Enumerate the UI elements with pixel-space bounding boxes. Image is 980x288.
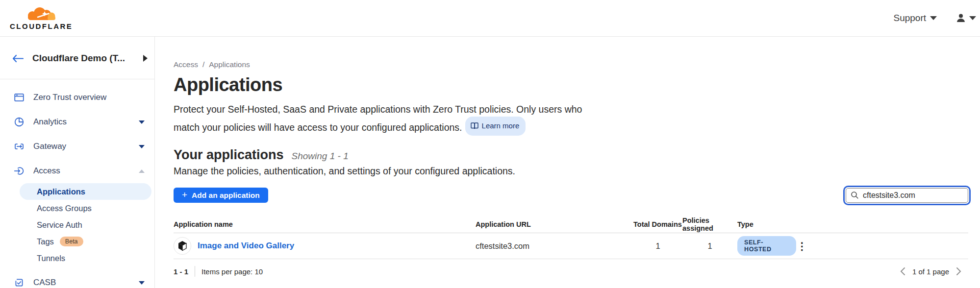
chevron-down-icon (139, 281, 145, 285)
access-submenu: Applications Access Groups Service Auth … (0, 183, 154, 266)
cloudflare-logo[interactable]: CLOUDFLARE (10, 6, 73, 30)
type-cell: SELF-HOSTED (737, 236, 796, 256)
user-chevron-down-icon (969, 16, 976, 20)
section-subtitle: Manage the policies, authentication, and… (174, 166, 968, 177)
add-application-button[interactable]: + Add an application (174, 188, 268, 203)
sidebar-item-applications[interactable]: Applications (20, 183, 151, 200)
sidebar-subitem-label: Applications (37, 187, 85, 196)
support-label: Support (893, 13, 926, 24)
applications-table: Application name Application URL Total D… (174, 216, 968, 259)
sidebar-item-tags[interactable]: Tags Beta (20, 233, 151, 250)
sidebar-item-tunnels[interactable]: Tunnels (20, 250, 151, 266)
back-arrow-icon[interactable] (12, 54, 24, 63)
chevron-down-icon (139, 145, 145, 148)
sidebar-item-label: CASB (33, 278, 139, 288)
column-header-total-domains: Total Domains (633, 220, 682, 228)
learn-more-label: Learn more (482, 119, 520, 133)
search-box (846, 188, 968, 203)
section-header: Your applications Showing 1 - 1 (174, 147, 968, 163)
kebab-menu-icon[interactable]: ⋮ (796, 241, 808, 251)
page-description: Protect your Self-Hosted, SaaS and Priva… (174, 102, 607, 136)
sidebar-item-service-auth[interactable]: Service Auth (20, 216, 151, 233)
type-badge: SELF-HOSTED (737, 236, 796, 256)
column-header-policies-assigned: Policies assigned (682, 216, 737, 232)
add-button-label: Add an application (192, 191, 260, 200)
page-title: Applications (174, 74, 968, 96)
sidebar-item-access-groups[interactable]: Access Groups (20, 200, 151, 216)
column-header-application-name: Application name (174, 220, 476, 228)
items-per-page: Items per page: 10 (201, 267, 263, 276)
brand-wordmark: CLOUDFLARE (10, 22, 73, 30)
policies-assigned-cell: 1 (682, 241, 737, 251)
top-bar: CLOUDFLARE Support (0, 0, 980, 37)
sidebar-item-casb[interactable]: CASB (0, 270, 154, 288)
toolbar: + Add an application (174, 188, 968, 203)
application-name-cell: Image and Video Gallery (174, 237, 476, 255)
chevron-left-icon[interactable] (900, 267, 905, 276)
table-row: Image and Video Gallery cftestsite3.com … (174, 233, 968, 259)
sidebar-subitem-label: Access Groups (37, 204, 92, 213)
total-domains-cell: 1 (633, 241, 682, 251)
topbar-right: Support (893, 13, 977, 24)
section-title: Your applications (174, 147, 284, 163)
page-indicator: 1 of 1 page (912, 267, 949, 276)
breadcrumb-separator: / (202, 60, 204, 69)
search-input[interactable] (846, 188, 968, 203)
sidebar: Cloudflare Demo (T... Zero Trust overvie… (0, 37, 155, 288)
breadcrumb-access[interactable]: Access (174, 60, 198, 69)
sidebar-item-analytics[interactable]: Analytics (0, 110, 154, 134)
account-name: Cloudflare Demo (T... (32, 53, 143, 64)
chevron-up-icon (139, 169, 145, 173)
main-content: Access / Applications Applications Prote… (155, 37, 980, 288)
column-header-application-url: Application URL (476, 220, 633, 228)
application-url-cell: cftestsite3.com (476, 241, 633, 251)
sidebar-item-label: Access (33, 166, 139, 176)
sidebar-item-access[interactable]: Access (0, 159, 154, 183)
sidebar-item-gateway[interactable]: Gateway (0, 134, 154, 159)
table-header-row: Application name Application URL Total D… (174, 216, 968, 233)
learn-more-button[interactable]: Learn more (465, 117, 526, 136)
search-icon (851, 191, 859, 199)
pagination-divider (195, 266, 195, 277)
breadcrumb-applications[interactable]: Applications (209, 60, 250, 69)
support-menu[interactable]: Support (893, 13, 937, 24)
user-icon (955, 13, 966, 24)
analytics-icon (14, 117, 25, 127)
pagination: 1 - 1 Items per page: 10 1 of 1 page (174, 266, 968, 277)
sidebar-item-label: Analytics (33, 117, 139, 127)
book-icon (471, 122, 478, 129)
casb-icon (14, 277, 25, 288)
sidebar-subitem-label: Service Auth (37, 220, 82, 230)
pagination-controls: 1 of 1 page (900, 267, 961, 276)
support-chevron-down-icon (930, 16, 937, 20)
beta-badge: Beta (60, 237, 83, 246)
chevron-right-icon[interactable] (956, 267, 961, 276)
showing-count: Showing 1 - 1 (292, 151, 349, 162)
sidebar-subitem-label: Tags (37, 237, 54, 246)
access-icon (14, 166, 25, 176)
app-cube-icon (174, 237, 191, 255)
chevron-down-icon (139, 120, 145, 124)
sidebar-item-zero-trust-overview[interactable]: Zero Trust overview (0, 85, 154, 110)
user-menu[interactable] (955, 13, 976, 24)
cloudflare-cloud-icon (22, 6, 60, 22)
plus-icon: + (182, 190, 187, 199)
overview-icon (14, 92, 25, 103)
caret-right-icon[interactable] (143, 55, 148, 62)
pagination-range: 1 - 1 (174, 267, 188, 276)
breadcrumb: Access / Applications (174, 60, 968, 69)
sidebar-item-label: Zero Trust overview (33, 93, 145, 102)
account-switcher: Cloudflare Demo (T... (0, 44, 154, 73)
gateway-icon (14, 141, 25, 152)
column-header-type: Type (737, 220, 796, 228)
sidebar-subitem-label: Tunnels (37, 254, 65, 263)
application-link[interactable]: Image and Video Gallery (198, 241, 294, 251)
sidebar-item-label: Gateway (33, 142, 139, 151)
